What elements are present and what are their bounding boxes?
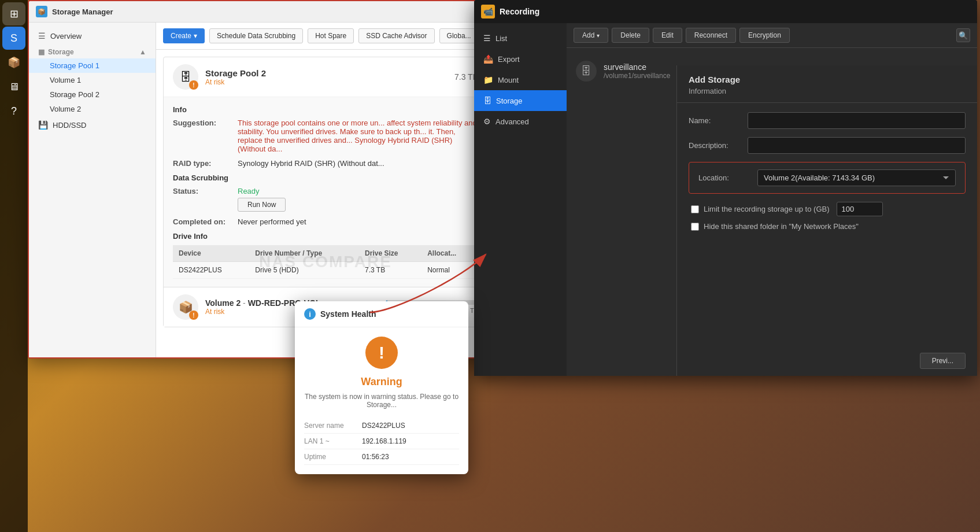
location-select[interactable]: Volume 2(Available: 7143.34 GB) [757, 169, 956, 186]
system-health-popup: i System Health ! Warning The system is … [295, 301, 468, 474]
volume-warning-badge: ! [189, 311, 198, 320]
col-drive-size: Drive Size [359, 245, 421, 262]
recording-window: 📹 Recording ☰ List 📤 Export 📁 Mount 🗄 St… [474, 0, 977, 376]
global-button[interactable]: Globa... [439, 28, 479, 43]
drive-table: Device Drive Number / Type Drive Size Al… [173, 245, 478, 279]
recording-content-area: 🗄 surveillance /volume1/surveillance Add… [567, 48, 977, 376]
health-description: The system is now in warning status. Ple… [304, 393, 459, 409]
hide-row: Hide this shared folder in "My Network P… [689, 222, 966, 231]
limit-label: Limit the recording storage up to (GB) [704, 205, 830, 213]
scrubbing-status-row: Status: Ready Run Now [173, 187, 478, 212]
sidebar-item-overview[interactable]: ☰ Overview [29, 27, 156, 45]
collapse-icon[interactable]: ▲ [139, 48, 146, 56]
sidebar-item-pool1[interactable]: Storage Pool 1 [29, 58, 156, 73]
taskbar-monitor-icon[interactable]: 🖥 [2, 75, 25, 98]
pool-card: 🗄 ! Storage Pool 2 At risk 7.3 TB Info [163, 57, 488, 327]
hide-label: Hide this shared folder in "My Network P… [704, 222, 859, 231]
recording-main: Add Delete Edit Reconnect Encryption 🔍 [567, 23, 977, 376]
recording-body: ☰ List 📤 Export 📁 Mount 🗄 Storage ⚙ Adva… [474, 23, 977, 376]
run-now-button[interactable]: Run Now [238, 198, 286, 212]
name-input[interactable] [748, 112, 966, 129]
overview-icon: ☰ [38, 31, 46, 40]
location-label: Location: [698, 173, 750, 182]
taskbar-help-icon[interactable]: ? [2, 99, 25, 123]
storage-section-icon: ▦ [38, 48, 45, 56]
delete-button[interactable]: Delete [612, 28, 649, 43]
cell-size: 7.3 TB [359, 262, 421, 279]
server-name-row: Server name DS2422PLUS [304, 418, 459, 434]
storage-manager-icon: 📦 [36, 6, 47, 17]
ssd-advisor-button[interactable]: SSD Cache Advisor [358, 28, 434, 43]
export-icon: 📤 [483, 54, 493, 64]
hdd-icon: 💾 [38, 120, 48, 130]
hide-checkbox[interactable] [691, 223, 699, 231]
rec-sidebar-export[interactable]: 📤 Export [474, 49, 567, 69]
limit-checkbox[interactable] [691, 205, 699, 213]
description-input[interactable] [748, 137, 966, 154]
drive-table-wrapper: Device Drive Number / Type Drive Size Al… [173, 245, 478, 279]
taskbar-grid-icon[interactable]: ⊞ [2, 2, 25, 25]
name-label: Name: [689, 116, 741, 125]
add-storage-panel: Add Storage Information Name: Descriptio… [676, 65, 977, 376]
create-dropdown-icon: ▾ [194, 32, 197, 40]
sidebar-item-volume1[interactable]: Volume 1 [29, 73, 156, 87]
encryption-button[interactable]: Encryption [739, 28, 790, 43]
preview-button[interactable]: Previ... [920, 353, 966, 369]
sidebar-item-volume2[interactable]: Volume 2 [29, 102, 156, 116]
lan-row: LAN 1 ~ 192.168.1.119 [304, 434, 459, 449]
rec-sidebar-storage[interactable]: 🗄 Storage [474, 90, 567, 111]
col-drive-number: Drive Number / Type [249, 245, 359, 262]
hot-spare-button[interactable]: Hot Spare [308, 28, 354, 43]
health-title: System Health [320, 309, 376, 319]
taskbar-package-icon[interactable]: 📦 [2, 51, 25, 74]
recording-title: Recording [500, 7, 539, 16]
table-row: DS2422PLUS Drive 5 (HDD) 7.3 TB Normal [173, 262, 478, 279]
create-button[interactable]: Create ▾ [163, 28, 205, 43]
rec-sidebar-advanced[interactable]: ⚙ Advanced [474, 111, 567, 132]
pool-name-group: Storage Pool 2 At risk [205, 68, 266, 86]
recording-titlebar: 📹 Recording [474, 0, 977, 23]
storage-sidebar: ☰ Overview ▦ Storage ▲ Storage Pool 1 Vo… [29, 23, 156, 357]
suggestion-row: Suggestion: This storage pool contains o… [173, 119, 478, 153]
limit-input[interactable] [837, 202, 883, 216]
recording-sidebar: ☰ List 📤 Export 📁 Mount 🗄 Storage ⚙ Adva… [474, 23, 567, 376]
rec-sidebar-list[interactable]: ☰ List [474, 28, 567, 49]
storage-manager-title: Storage Manager [52, 8, 113, 16]
pool-info: Info Suggestion: This storage pool conta… [164, 97, 487, 287]
advanced-icon: ⚙ [483, 117, 491, 126]
pool-header: 🗄 ! Storage Pool 2 At risk 7.3 TB [164, 57, 487, 97]
storage-toolbar: Create ▾ Schedule Data Scrubbing Hot Spa… [156, 23, 495, 50]
name-row: Name: [689, 112, 966, 129]
storage-icon: 🗄 [483, 96, 491, 105]
edit-button[interactable]: Edit [653, 28, 682, 43]
scrubbing-section: Data Scrubbing Status: Ready Run Now [173, 173, 478, 226]
mount-icon: 📁 [483, 75, 493, 84]
storage-manager-titlebar: 📦 Storage Manager [29, 1, 495, 23]
rec-sidebar-mount[interactable]: 📁 Mount [474, 69, 567, 90]
search-button[interactable]: 🔍 [956, 28, 970, 42]
volume-icon: 📦 ! [173, 294, 198, 320]
sidebar-item-hdd[interactable]: 💾 HDD/SSD [29, 116, 156, 134]
schedule-scrubbing-button[interactable]: Schedule Data Scrubbing [209, 28, 303, 43]
recording-title-icon: 📹 [481, 5, 495, 19]
storage-section: ▦ Storage ▲ [29, 45, 156, 58]
add-storage-header: Add Storage Information [677, 65, 977, 103]
scrubbing-status-group: Ready Run Now [238, 187, 286, 212]
warning-large-icon: ! [365, 337, 398, 369]
list-icon: ☰ [483, 34, 491, 43]
add-button[interactable]: Add [574, 28, 608, 43]
cell-status: Normal [421, 262, 478, 279]
sidebar-item-pool2[interactable]: Storage Pool 2 [29, 87, 156, 102]
description-row: Description: [689, 137, 966, 154]
pool-warning-badge: ! [189, 80, 198, 90]
raid-row: RAID type: Synology Hybrid RAID (SHR) (W… [173, 159, 478, 168]
health-header: i System Health [295, 301, 468, 327]
taskbar-left: ⊞ S 📦 🖥 ? [0, 0, 28, 532]
reconnect-button[interactable]: Reconnect [686, 28, 736, 43]
pool-icon: 🗄 ! [173, 64, 198, 90]
location-row: Location: Volume 2(Available: 7143.34 GB… [698, 169, 956, 186]
col-device: Device [173, 245, 249, 262]
completed-row: Completed on: Never performed yet [173, 217, 478, 226]
health-status: Warning [304, 376, 459, 388]
taskbar-s-icon[interactable]: S [2, 27, 25, 50]
